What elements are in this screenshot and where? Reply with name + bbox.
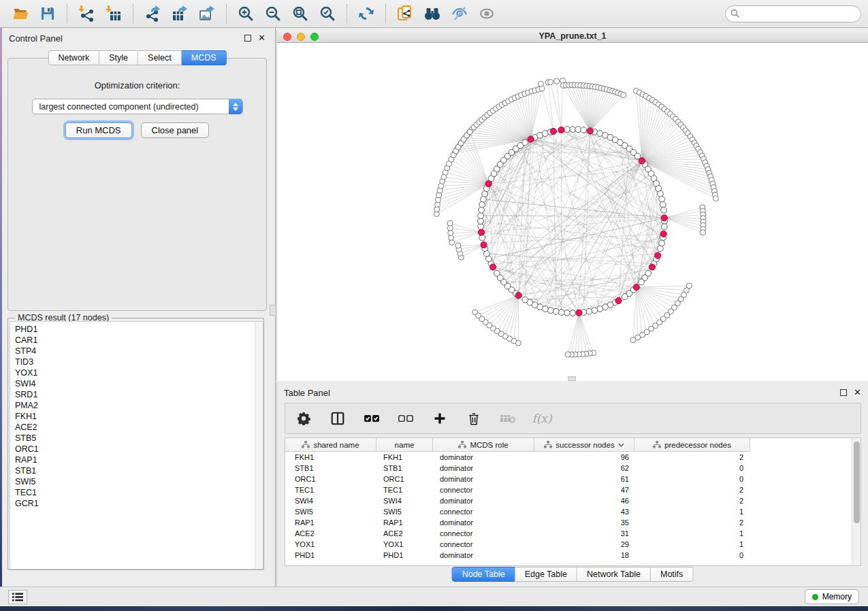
table-row[interactable]: STB1STB1dominator620 (285, 463, 861, 474)
tab-motifs[interactable]: Motifs (651, 567, 693, 582)
criterion-dropdown[interactable]: largest connected component (undirected) (32, 99, 243, 114)
network-window-titlebar[interactable]: YPA_prune.txt_1 (277, 30, 868, 43)
table-row[interactable]: SWI5SWI5connector431 (285, 506, 861, 517)
panel-splitter-handle[interactable] (270, 305, 276, 316)
zoom-out-button[interactable] (261, 3, 285, 24)
mcds-result-item[interactable]: YOX1 (15, 367, 263, 378)
function-builder-icon: f(x) (532, 412, 551, 425)
float-panel-icon[interactable] (244, 35, 251, 42)
tab-select[interactable]: Select (138, 50, 182, 65)
find-button[interactable] (421, 3, 444, 24)
tab-network[interactable]: Network (48, 50, 99, 65)
mcds-result-item[interactable]: STP4 (15, 346, 263, 357)
float-table-panel-icon[interactable] (840, 389, 847, 396)
mcds-result-item[interactable]: PHD1 (15, 324, 263, 335)
mcds-result-item[interactable]: STB5 (15, 433, 263, 444)
table-row[interactable]: PHD1PHD1dominator180 (285, 550, 861, 561)
mcds-result-item[interactable]: SWI5 (15, 476, 263, 487)
table-settings-button[interactable] (295, 410, 312, 427)
memory-button[interactable]: Memory (805, 589, 859, 604)
mcds-result-item[interactable]: FKH1 (15, 411, 263, 422)
table-cell: TEC1 (285, 484, 376, 495)
mcds-result-item[interactable]: TID3 (15, 357, 263, 367)
close-panel-icon[interactable]: ✕ (258, 35, 266, 42)
toggle-column-view-button[interactable] (329, 410, 347, 427)
window-maximize-icon[interactable] (310, 33, 319, 41)
search-input[interactable] (725, 5, 861, 22)
zoom-in-button[interactable] (234, 3, 257, 24)
column-header-shared-name[interactable]: shared name (285, 438, 376, 452)
mcds-result-item[interactable]: CAR1 (15, 335, 263, 346)
zoom-fit-icon (292, 5, 308, 22)
table-toolbar: f(x) (285, 403, 861, 434)
mcds-result-item[interactable]: STB1 (15, 465, 263, 476)
table-row[interactable]: ORC1ORC1dominator610 (285, 474, 861, 484)
table-row[interactable]: ACE2ACE2connector311 (285, 528, 861, 539)
hierarchy-icon (653, 441, 661, 448)
mcds-result-item[interactable]: ORC1 (15, 444, 263, 455)
run-mcds-button[interactable]: Run MCDS (65, 122, 132, 138)
close-panel-button[interactable]: Close panel (141, 122, 210, 138)
network-graph[interactable] (277, 43, 868, 380)
tab-node-table[interactable]: Node Table (452, 567, 515, 582)
horizontal-splitter-handle[interactable] (568, 376, 576, 381)
export-image-button[interactable] (195, 3, 219, 24)
tab-style[interactable]: Style (99, 50, 138, 65)
table-row[interactable]: TEC1TEC1connector472 (285, 484, 861, 495)
import-network-button[interactable] (75, 3, 98, 24)
export-table-button[interactable] (168, 3, 191, 24)
function-builder-button: f(x) (533, 410, 551, 427)
column-header-MCDS-role[interactable]: MCDS role (433, 438, 534, 452)
mcds-result-item[interactable]: ACE2 (15, 422, 263, 433)
optimization-criterion-label: Optimization criterion: (8, 80, 266, 90)
unchecked-boxes-icon (398, 412, 414, 425)
open-file-button[interactable] (9, 3, 32, 24)
zoom-selected-button[interactable] (316, 3, 339, 24)
export-network-button[interactable] (141, 3, 164, 24)
save-session-button[interactable] (36, 3, 59, 24)
window-close-icon[interactable] (283, 33, 291, 41)
delete-column-button[interactable] (465, 410, 483, 427)
close-table-panel-icon[interactable]: ✕ (854, 389, 861, 396)
table-panel-title: Table Panel (284, 388, 330, 398)
table-row[interactable]: SWI4SWI4dominator462 (285, 495, 861, 506)
column-header-name[interactable]: name (376, 438, 433, 452)
mcds-result-item[interactable]: SWI4 (15, 378, 263, 389)
zoom-fit-button[interactable] (289, 3, 312, 24)
column-header-predecessor-nodes[interactable]: predecessor nodes (634, 438, 750, 452)
tab-mcds[interactable]: MCDS (182, 50, 227, 65)
table-cell: FKH1 (376, 452, 433, 463)
mcds-result-item[interactable]: SRD1 (15, 389, 263, 400)
mcds-result-group: MCDS result (17 nodes) PHD1CAR1STP4TID3Y… (7, 318, 264, 570)
table-cell: 0 (634, 463, 750, 474)
mcds-result-item[interactable]: TEC1 (15, 487, 263, 498)
show-graphics-details-button[interactable] (475, 3, 498, 24)
table-row[interactable]: RAP1RAP1dominator352 (285, 517, 861, 528)
table-row[interactable]: FKH1FKH1dominator962 (285, 452, 861, 463)
mcds-result-list[interactable]: PHD1CAR1STP4TID3YOX1SWI4SRD1PMA2FKH1ACE2… (10, 321, 263, 569)
export-table-icon (172, 5, 188, 22)
window-minimize-icon[interactable] (297, 33, 305, 41)
mcds-result-item[interactable]: PMA2 (15, 400, 263, 411)
mcds-result-item[interactable]: RAP1 (15, 455, 263, 465)
column-header-successor-nodes[interactable]: successor nodes (534, 438, 634, 452)
tab-network-table[interactable]: Network Table (577, 567, 651, 582)
create-column-button[interactable] (431, 410, 449, 427)
hide-graphics-details-button[interactable] (448, 3, 471, 24)
select-all-button[interactable] (363, 410, 381, 427)
table-scrollbar[interactable] (852, 438, 861, 565)
deselect-all-button[interactable] (397, 410, 415, 427)
table-row[interactable]: YOX1YOX1connector291 (285, 539, 861, 550)
task-history-button[interactable] (8, 590, 27, 604)
table-panel-header: Table Panel ✕ (277, 382, 868, 403)
mcds-list-scrollbar[interactable] (255, 322, 263, 569)
tab-edge-table[interactable]: Edge Table (515, 567, 577, 582)
export-network-icon (144, 5, 161, 22)
open-in-browser-button[interactable] (393, 3, 417, 24)
mcds-result-item[interactable]: GCR1 (15, 498, 263, 509)
table-scrollbar-thumb[interactable] (854, 442, 860, 523)
zoom-selected-icon (319, 5, 336, 22)
table-cell: 2 (634, 484, 750, 495)
refresh-button[interactable] (355, 3, 378, 24)
import-table-button[interactable] (102, 3, 125, 24)
